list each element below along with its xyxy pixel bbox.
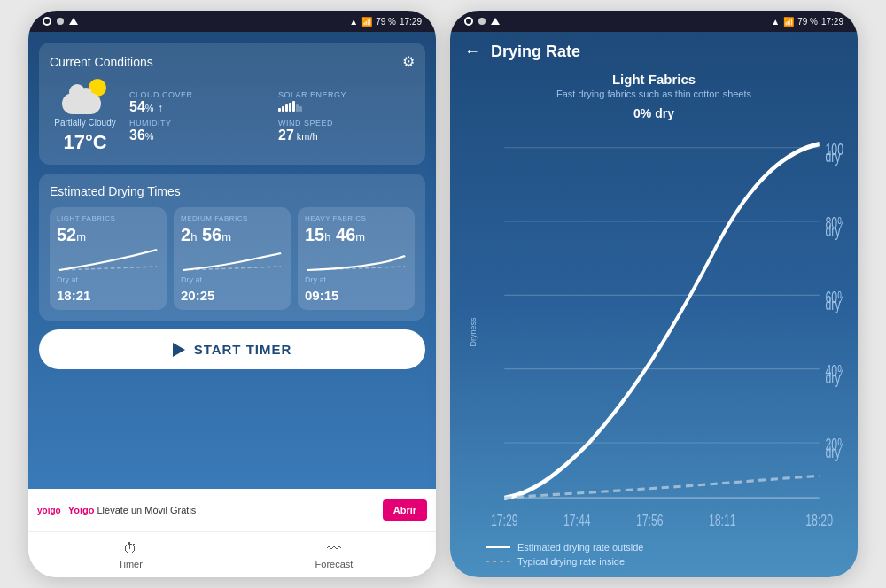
ad-open-button[interactable]: Abrir [383, 499, 427, 521]
media-icon [43, 17, 51, 26]
nav-forecast[interactable]: 〰 Forecast [232, 541, 436, 569]
bar5 [292, 101, 295, 112]
solar-energy-stat: SOLAR ENERGY [278, 90, 415, 115]
ad-logo: yoigo [37, 506, 61, 515]
conditions-header: Current Conditions ⚙ [50, 53, 415, 70]
battery-text-r: 79 % [797, 17, 818, 27]
solar-energy-bar [278, 99, 415, 112]
dot-icon-r [478, 18, 486, 25]
nav-timer[interactable]: ⏱ Timer [28, 541, 232, 569]
medium-type: MEDIUM FABRICS [181, 214, 284, 222]
wifi-icon-r: ▲ [771, 17, 780, 27]
media-icon-r [464, 17, 473, 26]
warning-icon-r [491, 18, 500, 25]
heavy-type: HEAVY FABRICS [305, 214, 408, 222]
forecast-icon: 〰 [327, 541, 341, 557]
bar3 [285, 104, 288, 112]
status-bar-left: ▲ 📶 79 % 17:29 [28, 11, 436, 32]
svg-text:dry: dry [826, 221, 841, 239]
signal-icon-r: 📶 [783, 17, 794, 27]
ad-banner: yoigo Yoigo Llévate un Móvil Gratis Abri… [28, 489, 436, 531]
humidity-label: HUMIDITY [129, 119, 266, 128]
drying-times-card: Estimated Drying Times LIGHT FABRICS 52m [39, 174, 425, 321]
bar7 [299, 106, 302, 112]
svg-text:18:20: 18:20 [805, 511, 833, 529]
heavy-curve [305, 247, 408, 272]
signal-icon: 📶 [361, 17, 372, 27]
status-icons-right: ▲ 📶 79 % 17:29 [771, 17, 843, 27]
solar-energy-label: SOLAR ENERGY [278, 90, 415, 99]
y-axis-label: Dryness [468, 317, 477, 346]
cloud-cover-arrow: ↑ [158, 101, 163, 113]
dot-icon [57, 18, 64, 25]
outside-curve [504, 144, 819, 499]
light-dry-time: 18:21 [57, 288, 159, 303]
light-type: LIGHT FABRICS [57, 214, 159, 222]
drying-header: Estimated Drying Times [50, 184, 415, 198]
medium-time: 2h 56m [181, 226, 284, 244]
timer-icon: ⏱ [123, 541, 137, 557]
temp-unit: °C [85, 131, 107, 153]
humidity-value: 36% [129, 128, 266, 143]
status-bar-left-icons [43, 17, 78, 26]
right-phone: ▲ 📶 79 % 17:29 ← Drying Rate Light Fabri… [450, 11, 858, 577]
cloud-sun-icon [62, 79, 108, 114]
light-fabrics-card[interactable]: LIGHT FABRICS 52m Dry at... 18:21 [50, 207, 167, 310]
medium-dry-at-label: Dry at... [181, 275, 284, 284]
heavy-dry-at-label: Dry at... [305, 275, 408, 284]
light-curve [57, 247, 159, 272]
nav-forecast-label: Forecast [315, 559, 354, 569]
medium-curve [181, 247, 284, 272]
wind-speed-value: 27 km/h [278, 128, 415, 143]
page-header: ← Drying Rate [464, 43, 843, 61]
wind-speed-stat: WIND SPEED 27 km/h [278, 119, 415, 143]
temperature-display: 17°C [63, 131, 106, 154]
svg-text:17:44: 17:44 [563, 511, 591, 529]
legend-inside: Typical drying rate inside [486, 556, 843, 567]
weather-stats: CLOUD COVER 54% ↑ SOLAR ENERGY [129, 90, 415, 143]
y-axis-container: Dryness [464, 129, 480, 535]
start-timer-button[interactable]: START TIMER [39, 329, 425, 369]
back-button[interactable]: ← [464, 43, 480, 61]
drying-title: Estimated Drying Times [50, 184, 181, 198]
cloud-cover-label: CLOUD COVER [129, 90, 266, 99]
warning-icon [69, 18, 78, 25]
status-bar-right: ▲ 📶 79 % 17:29 [450, 11, 858, 32]
heavy-fabrics-card[interactable]: HEAVY FABRICS 15h 46m Dry at... 09:15 [298, 207, 415, 310]
fabric-title: Light Fabrics [464, 72, 843, 87]
status-icons-left [464, 17, 500, 26]
chart-wrapper: Dryness 100% dry 80% [464, 129, 843, 567]
svg-text:17:29: 17:29 [491, 511, 518, 529]
legend-line-dashed [486, 561, 510, 562]
weather-description: Partially Cloudy [54, 118, 115, 128]
legend-outside: Estimated drying rate outside [486, 542, 843, 553]
nav-timer-label: Timer [118, 559, 143, 569]
status-bar-right-icons: ▲ 📶 79 % 17:29 [349, 17, 422, 27]
bar2 [282, 106, 284, 112]
dry-percent: 0% dry [464, 106, 843, 120]
time-display-r: 17:29 [821, 17, 843, 27]
heavy-dry-time: 09:15 [305, 288, 408, 303]
settings-icon[interactable]: ⚙ [402, 53, 415, 70]
light-time: 52m [57, 226, 159, 244]
cloud-cover-value: 54% ↑ [129, 99, 266, 115]
conditions-title: Current Conditions [50, 55, 153, 69]
cloud-icon [62, 93, 101, 114]
svg-text:18:11: 18:11 [709, 511, 736, 529]
left-phone: ▲ 📶 79 % 17:29 Current Conditions ⚙ Part… [28, 11, 436, 577]
wind-speed-label: WIND SPEED [278, 119, 415, 128]
svg-text:dry: dry [826, 443, 841, 460]
svg-text:dry: dry [826, 148, 841, 166]
legend-line-solid [486, 546, 510, 548]
wifi-icon: ▲ [349, 17, 358, 27]
left-app-content: Current Conditions ⚙ Partially Cloudy 17… [28, 32, 436, 489]
cloud-cover-stat: CLOUD COVER 54% ↑ [129, 90, 266, 115]
bar6 [296, 104, 299, 112]
light-dry-at-label: Dry at... [57, 275, 159, 284]
ad-text: Yoigo Llévate un Móvil Gratis [68, 505, 376, 515]
medium-fabrics-card[interactable]: MEDIUM FABRICS 2h 56m Dry at... 20:25 [174, 207, 291, 310]
bottom-nav: ⏱ Timer 〰 Forecast [28, 531, 436, 577]
svg-text:dry: dry [826, 369, 841, 387]
medium-dry-time: 20:25 [181, 288, 284, 303]
chart-container: Dryness 100% dry 80% [464, 129, 843, 535]
